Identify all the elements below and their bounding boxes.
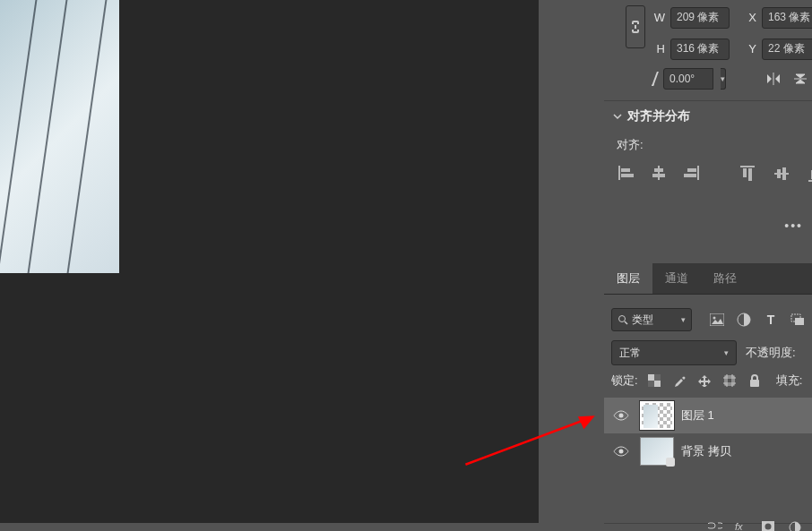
layer-thumbnail[interactable]	[640, 401, 674, 430]
panel-tabs: 图层 通道 路径	[604, 263, 812, 295]
canvas-image	[0, 0, 119, 273]
svg-rect-0	[618, 166, 620, 180]
visibility-icon[interactable]	[613, 407, 629, 424]
fill-label: 填充:	[776, 373, 803, 389]
svg-rect-6	[697, 166, 699, 180]
align-section-header[interactable]: 对齐并分布	[604, 100, 812, 132]
blend-row: 正常 ▾ 不透明度:	[604, 335, 812, 371]
layer-item[interactable]: 背景 拷贝	[604, 433, 812, 469]
lock-position-icon[interactable]	[697, 373, 712, 388]
svg-rect-9	[740, 166, 755, 167]
y-input[interactable]	[762, 39, 812, 60]
svg-point-21	[713, 317, 716, 320]
y-label: Y	[742, 42, 756, 56]
svg-rect-5	[652, 174, 665, 177]
svg-rect-12	[774, 173, 789, 175]
lock-label: 锁定:	[611, 373, 638, 389]
lock-paint-icon[interactable]	[672, 373, 687, 388]
chevron-down-icon	[613, 112, 622, 121]
lock-transparent-icon[interactable]	[647, 373, 661, 388]
filter-adjust-icon[interactable]	[737, 313, 751, 327]
svg-rect-27	[654, 374, 661, 381]
svg-point-36	[619, 450, 624, 454]
layer-item[interactable]: 图层 1	[604, 398, 812, 433]
align-label: 对齐:	[604, 132, 812, 158]
layers-list: 图层 1 背景 拷贝	[604, 398, 812, 469]
svg-rect-10	[743, 168, 747, 177]
lock-artboard-icon[interactable]	[722, 373, 737, 388]
filter-type-select[interactable]: 类型 ▾	[611, 308, 692, 331]
filter-type-label: 类型	[632, 313, 681, 328]
svg-rect-4	[654, 168, 663, 172]
svg-rect-2	[621, 174, 634, 177]
svg-rect-8	[684, 174, 696, 177]
opacity-label: 不透明度:	[746, 345, 796, 361]
lock-row: 锁定: 填充:	[604, 367, 812, 394]
svg-rect-24	[795, 318, 804, 325]
tab-layers[interactable]: 图层	[604, 263, 652, 294]
adjustment-icon[interactable]	[789, 521, 803, 531]
layer-name: 背景 拷贝	[681, 443, 731, 459]
width-label: W	[651, 11, 665, 24]
link-wh-icon[interactable]	[626, 5, 645, 48]
layer-name: 图层 1	[681, 407, 714, 424]
svg-point-38	[765, 524, 772, 530]
properties-panel: W X H Y ▾	[604, 0, 812, 531]
align-buttons	[604, 158, 812, 189]
chevron-down-icon: ▾	[724, 348, 729, 357]
width-input[interactable]	[670, 7, 730, 29]
angle-input[interactable]	[663, 68, 713, 90]
svg-rect-15	[808, 180, 812, 182]
canvas-area[interactable]	[0, 0, 539, 523]
filter-image-icon[interactable]	[710, 313, 724, 327]
chevron-down-icon: ▾	[681, 315, 686, 324]
align-top-icon[interactable]	[740, 166, 758, 182]
layers-bottom-bar: fx	[604, 523, 812, 531]
transform-section: W X H Y ▾	[604, 0, 812, 100]
svg-line-19	[625, 321, 627, 324]
align-hcenter-icon[interactable]	[651, 166, 667, 182]
flip-horizontal-icon[interactable]	[765, 73, 780, 85]
flip-vertical-icon[interactable]	[792, 73, 807, 85]
align-left-icon[interactable]	[618, 166, 635, 182]
search-icon	[618, 314, 628, 325]
x-label: X	[742, 11, 756, 24]
align-bottom-icon[interactable]	[808, 166, 812, 182]
align-vcenter-icon[interactable]	[774, 166, 792, 182]
svg-rect-26	[654, 381, 661, 387]
svg-rect-1	[621, 168, 630, 172]
mask-icon[interactable]	[762, 521, 776, 531]
tab-paths[interactable]: 路径	[701, 263, 749, 294]
blend-mode-select[interactable]: 正常 ▾	[611, 340, 737, 365]
svg-rect-11	[748, 168, 752, 181]
height-label: H	[651, 42, 665, 56]
svg-rect-25	[648, 374, 654, 381]
lock-all-icon[interactable]	[747, 373, 762, 388]
filter-shape-icon[interactable]	[790, 313, 805, 327]
tab-channels[interactable]: 通道	[652, 263, 701, 294]
blend-mode-label: 正常	[619, 346, 641, 361]
svg-rect-28	[648, 381, 654, 387]
fx-icon[interactable]: fx	[735, 521, 749, 531]
svg-point-18	[619, 316, 626, 322]
height-input[interactable]	[670, 39, 730, 60]
more-options-icon[interactable]: •••	[784, 218, 803, 233]
svg-rect-7	[687, 168, 696, 172]
svg-rect-34	[750, 380, 759, 387]
x-input[interactable]	[762, 7, 812, 29]
smart-object-badge	[666, 458, 675, 467]
align-right-icon[interactable]	[683, 166, 699, 182]
panel-gap	[539, 0, 604, 531]
angle-icon	[652, 72, 659, 86]
svg-rect-14	[782, 167, 786, 180]
svg-rect-3	[658, 166, 660, 180]
angle-dropdown[interactable]: ▾	[721, 68, 726, 90]
link-layers-icon[interactable]	[708, 521, 722, 531]
filter-text-icon[interactable]: T	[764, 313, 778, 327]
visibility-icon[interactable]	[613, 443, 629, 459]
svg-point-35	[619, 414, 624, 418]
svg-rect-13	[777, 169, 781, 178]
layer-filter-row: 类型 ▾ T	[604, 303, 812, 337]
layer-thumbnail[interactable]	[640, 437, 674, 466]
align-title: 对齐并分布	[627, 108, 690, 124]
